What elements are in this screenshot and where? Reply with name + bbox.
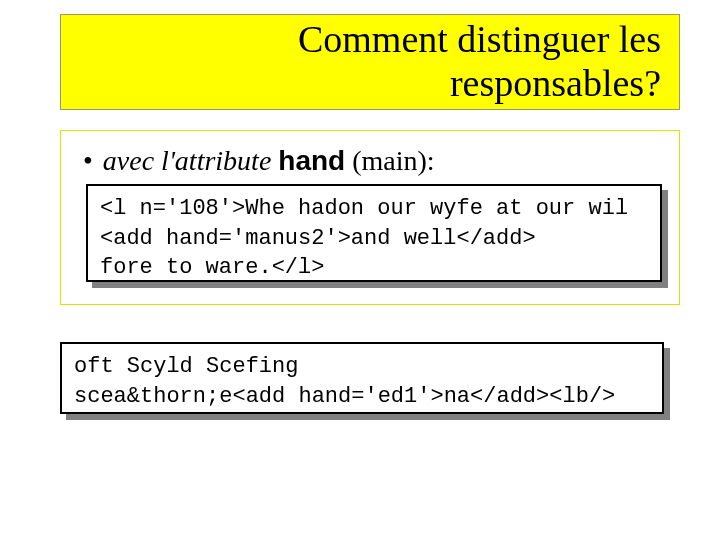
bullet-paren: (main): (352, 145, 434, 176)
codebox-2: oft Scyld Scefing scea&thorn;e<add hand=… (60, 342, 664, 414)
title-line-1: Comment distinguer les (298, 18, 661, 62)
code1-line1: <l n='108'>Whe hadon our wyfe at our wil (100, 196, 628, 221)
code2-line1: oft Scyld Scefing (74, 354, 298, 379)
bullet-prefix: avec l'attribute (103, 145, 272, 176)
code2-line2: scea&thorn;e<add hand='ed1'>na</add><lb/… (74, 384, 615, 409)
bullet-text: avec l'attribute hand (main): (103, 145, 435, 177)
title-line-2: responsables? (450, 62, 661, 106)
codebox-1: <l n='108'>Whe hadon our wyfe at our wil… (86, 184, 662, 282)
bullet-line: • avec l'attribute hand (main): (75, 145, 665, 177)
bullet-dot-icon: • (83, 145, 93, 177)
title-bar: Comment distinguer les responsables? (60, 14, 680, 110)
code1-line3: fore to ware.</l> (100, 255, 324, 280)
code1-line2: <add hand='manus2'>and well</add> (100, 226, 536, 251)
bullet-hand-word: hand (278, 145, 345, 176)
